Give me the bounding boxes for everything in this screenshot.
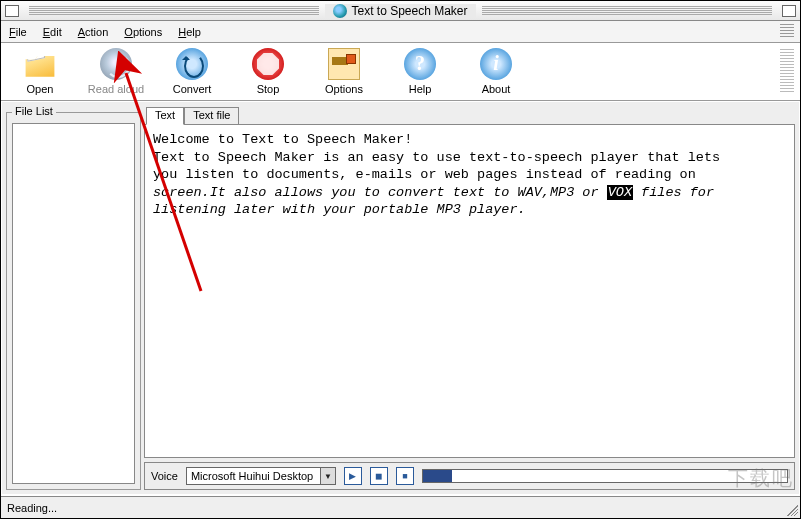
pause-button[interactable]: ◼ [370, 467, 388, 485]
app-icon [333, 4, 347, 18]
title-bar: Text to Speech Maker [1, 1, 800, 21]
text-line: screen.It also allows you to convert tex… [153, 184, 786, 202]
stop-icon [252, 48, 284, 80]
tab-text[interactable]: Text [146, 107, 184, 125]
window-control-box[interactable] [782, 5, 796, 17]
text-line: Text to Speech Maker is an easy to use t… [153, 149, 786, 167]
help-button[interactable]: Help [387, 47, 453, 96]
help-icon [404, 48, 436, 80]
toolbar: Open Read aloud Convert Stop Options Hel… [1, 43, 800, 101]
stop-label: Stop [257, 83, 280, 95]
convert-icon [176, 48, 208, 80]
chevron-down-icon [320, 468, 335, 484]
text-line: you listen to documents, e-mails or web … [153, 166, 786, 184]
play-button[interactable]: ▶ [344, 467, 362, 485]
file-list-panel: File List [6, 106, 141, 490]
menu-action[interactable]: Action [78, 26, 109, 38]
read-aloud-button[interactable]: Read aloud [83, 47, 149, 96]
speaker-icon [100, 48, 132, 80]
menu-file[interactable]: File [9, 26, 27, 38]
resize-grip[interactable] [784, 502, 798, 516]
stop-button[interactable]: Stop [235, 47, 301, 96]
voice-selected-value: Microsoft Huihui Desktop [187, 470, 320, 482]
titlebar-texture [482, 6, 772, 16]
file-list[interactable] [12, 123, 135, 484]
tab-text-file[interactable]: Text file [184, 107, 239, 125]
file-list-label: File List [12, 105, 56, 117]
convert-button[interactable]: Convert [159, 47, 225, 96]
progress-fill [423, 470, 452, 482]
menu-edit[interactable]: Edit [43, 26, 62, 38]
voice-select[interactable]: Microsoft Huihui Desktop [186, 467, 336, 485]
open-folder-icon [24, 48, 56, 80]
about-label: About [482, 83, 511, 95]
player-controls: Voice Microsoft Huihui Desktop ▶ ◼ ■ [144, 462, 795, 490]
text-editor[interactable]: Welcome to Text to Speech Maker! Text to… [144, 124, 795, 458]
menubar-gripper [780, 24, 794, 38]
text-span: files for [633, 185, 714, 200]
convert-label: Convert [173, 83, 212, 95]
options-label: Options [325, 83, 363, 95]
stop-playback-button[interactable]: ■ [396, 467, 414, 485]
text-line: Welcome to Text to Speech Maker! [153, 131, 786, 149]
options-icon [328, 48, 360, 80]
help-label: Help [409, 83, 432, 95]
progress-bar[interactable] [422, 469, 788, 483]
open-button[interactable]: Open [7, 47, 73, 96]
editor-area: Text Text file Welcome to Text to Speech… [144, 106, 795, 490]
window-title: Text to Speech Maker [351, 4, 467, 18]
info-icon [480, 48, 512, 80]
status-text: Reading... [7, 502, 57, 514]
text-line: listening later with your portable MP3 p… [153, 201, 786, 219]
read-aloud-label: Read aloud [88, 83, 144, 95]
main-area: File List Text Text file Welcome to Text… [2, 102, 799, 494]
menu-bar: File Edit Action Options Help [1, 21, 800, 43]
text-span: screen.It also allows you to convert tex… [153, 185, 607, 200]
menu-help[interactable]: Help [178, 26, 201, 38]
open-label: Open [27, 83, 54, 95]
selected-text: VOX [607, 185, 633, 200]
toolbar-gripper [780, 49, 794, 93]
titlebar-texture [29, 6, 319, 16]
about-button[interactable]: About [463, 47, 529, 96]
status-bar: Reading... [1, 496, 800, 518]
file-list-groupbox [6, 112, 141, 490]
voice-label: Voice [151, 470, 178, 482]
options-button[interactable]: Options [311, 47, 377, 96]
menu-options[interactable]: Options [124, 26, 162, 38]
editor-tabs: Text Text file [144, 106, 795, 124]
system-menu-box[interactable] [5, 5, 19, 17]
